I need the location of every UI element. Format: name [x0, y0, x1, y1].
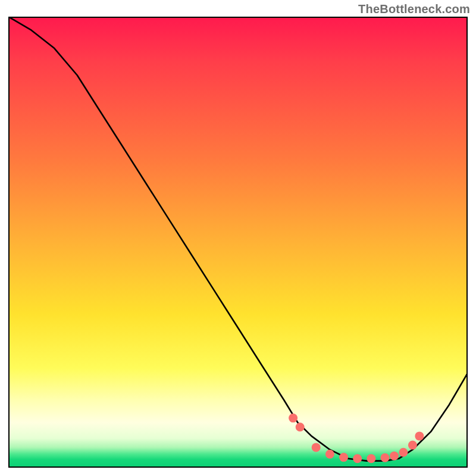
- plot-area: [8, 17, 468, 468]
- chart-container: TheBottleneck.com: [0, 0, 476, 476]
- heat-gradient-background: [8, 17, 468, 468]
- attribution-label: TheBottleneck.com: [358, 2, 470, 16]
